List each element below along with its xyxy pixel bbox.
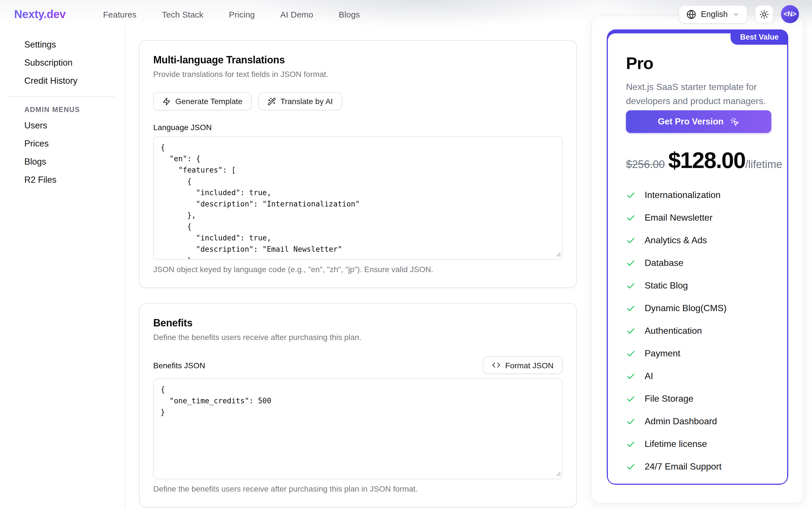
main-nav: Features Tech Stack Pricing AI Demo Blog…	[103, 9, 360, 19]
language-selector[interactable]: English	[679, 5, 748, 24]
translate-by-ai-button[interactable]: Translate by AI	[259, 92, 342, 110]
chevron-down-icon	[732, 10, 739, 18]
format-json-button[interactable]: Format JSON	[483, 356, 562, 374]
sidebar-item-r2-files[interactable]: R2 Files	[0, 171, 125, 189]
feature-label: Internationalization	[645, 190, 721, 200]
pro-plan-card-body: Pro Next.js SaaS starter template for de…	[608, 33, 787, 484]
feature-item: Lifetime license	[626, 439, 771, 449]
check-icon	[626, 326, 636, 336]
benefits-json-row: Benefits JSON Format JSON	[153, 356, 562, 374]
language-json-helper: JSON object keyed by language code (e.g.…	[153, 265, 562, 274]
price-period: /lifetime	[745, 158, 782, 171]
sidebar-item-blogs[interactable]: Blogs	[0, 153, 125, 171]
top-navbar: Nexty.dev Features Tech Stack Pricing AI…	[0, 0, 812, 28]
translate-by-ai-label: Translate by AI	[280, 97, 333, 106]
feature-item: Analytics & Ads	[626, 235, 771, 246]
check-icon	[626, 281, 636, 291]
get-pro-version-label: Get Pro Version	[658, 117, 724, 127]
get-pro-version-button[interactable]: Get Pro Version	[626, 110, 771, 133]
feature-label: Database	[645, 258, 683, 268]
original-price: $256.00	[626, 158, 665, 171]
theme-toggle-button[interactable]	[755, 5, 773, 24]
nav-item-features[interactable]: Features	[103, 9, 136, 19]
best-value-badge: Best Value	[730, 30, 788, 45]
check-icon	[626, 349, 636, 358]
sidebar-section-admin-menus: ADMIN MENUS	[0, 98, 125, 117]
feature-label: Admin Dashboard	[645, 416, 717, 427]
check-icon	[626, 439, 636, 449]
feature-label: File Storage	[645, 394, 693, 404]
benefits-card-title: Benefits	[153, 318, 562, 329]
nav-item-blogs[interactable]: Blogs	[339, 9, 360, 19]
sun-icon	[759, 9, 769, 19]
feature-item: Database	[626, 258, 771, 268]
feature-item: Email Newsletter	[626, 213, 771, 223]
sidebar-item-credit-history[interactable]: Credit History	[0, 72, 125, 90]
feature-item: Static Blog	[626, 281, 771, 291]
language-json-textarea[interactable]: { "en": { "features": [ { "included": tr…	[153, 136, 562, 260]
feature-item: Authentication	[626, 326, 771, 336]
feature-label: Analytics & Ads	[645, 235, 707, 246]
pro-plan-card: Best Value Pro Next.js SaaS starter temp…	[607, 30, 788, 485]
user-avatar[interactable]: <N>	[781, 5, 799, 23]
nav-item-ai-demo[interactable]: AI Demo	[280, 9, 313, 19]
feature-label: Payment	[645, 348, 680, 358]
sidebar-item-prices[interactable]: Prices	[0, 135, 125, 153]
code-icon	[492, 361, 501, 369]
page: Nexty.dev Features Tech Stack Pricing AI…	[0, 0, 812, 508]
feature-item: Payment	[626, 348, 771, 358]
plan-description: Next.js SaaS starter template for develo…	[626, 80, 771, 108]
settings-sidebar: Settings Subscription Credit History ADM…	[0, 28, 126, 508]
mouse-pointer-click-icon	[730, 117, 739, 126]
feature-item: AI	[626, 371, 771, 381]
benefits-json-textarea[interactable]: { "one_time_credits": 500 }	[153, 378, 562, 479]
globe-icon	[687, 9, 696, 19]
benefits-json-field-wrap: { "one_time_credits": 500 }	[153, 378, 562, 479]
main-content: Multi-language Translations Provide tran…	[139, 40, 577, 507]
feature-item: File Storage	[626, 394, 771, 404]
feature-item: Internationalization	[626, 190, 771, 200]
zap-icon	[162, 97, 171, 105]
check-icon	[626, 236, 636, 245]
sidebar-item-users[interactable]: Users	[0, 117, 125, 135]
translations-card-description: Provide translations for text fields in …	[153, 70, 562, 79]
plan-title: Pro	[626, 54, 771, 73]
sidebar-item-settings[interactable]: Settings	[0, 36, 125, 54]
translations-card: Multi-language Translations Provide tran…	[139, 40, 577, 288]
sidebar-item-subscription[interactable]: Subscription	[0, 54, 125, 72]
feature-label: Lifetime license	[645, 439, 707, 449]
feature-item: Admin Dashboard	[626, 416, 771, 427]
wand-sparkles-icon	[267, 97, 276, 105]
check-icon	[626, 394, 636, 404]
generate-template-button[interactable]: Generate Template	[153, 92, 252, 110]
feature-label: AI	[645, 371, 653, 381]
feature-list: Internationalization Email Newsletter An…	[626, 190, 771, 472]
check-icon	[626, 371, 636, 381]
plan-preview-panel: Best Value Pro Next.js SaaS starter temp…	[591, 15, 804, 504]
current-price: $128.00	[668, 147, 745, 173]
check-icon	[626, 417, 636, 426]
benefits-card-description: Define the benefits users receive after …	[153, 333, 562, 342]
brand-logo[interactable]: Nexty.dev	[14, 8, 65, 20]
nav-item-pricing[interactable]: Pricing	[229, 9, 255, 19]
price-row: $256.00 $128.00 /lifetime	[626, 147, 771, 173]
translations-card-title: Multi-language Translations	[153, 54, 562, 66]
benefits-json-helper: Define the benefits users receive after …	[153, 484, 562, 493]
check-icon	[626, 462, 636, 471]
feature-label: Dynamic Blog(CMS)	[645, 303, 727, 313]
check-icon	[626, 258, 636, 268]
nav-item-tech-stack[interactable]: Tech Stack	[162, 9, 204, 19]
check-icon	[626, 303, 636, 313]
header-controls: English <N>	[679, 5, 799, 24]
feature-item: Dynamic Blog(CMS)	[626, 303, 771, 313]
feature-label: Authentication	[645, 326, 702, 336]
language-json-label: Language JSON	[153, 123, 562, 132]
format-json-label: Format JSON	[505, 361, 553, 370]
benefits-card: Benefits Define the benefits users recei…	[139, 303, 577, 507]
translations-actions: Generate Template Translate by AI	[153, 92, 562, 110]
feature-label: Static Blog	[645, 281, 688, 291]
feature-label: Email Newsletter	[645, 213, 713, 223]
language-json-field-wrap: { "en": { "features": [ { "included": tr…	[153, 136, 562, 260]
check-icon	[626, 213, 636, 223]
check-icon	[626, 190, 636, 200]
